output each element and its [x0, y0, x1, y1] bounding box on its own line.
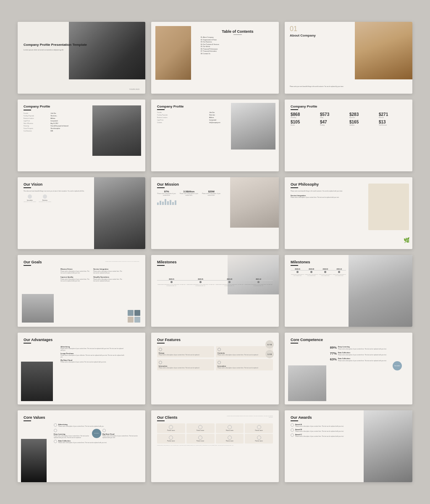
toc-item: 05. Our Works	[201, 46, 275, 47]
milestones2-image	[349, 255, 412, 327]
slide-profile-stats: Company Profile $868 Yesterday $573 Toda…	[285, 100, 412, 171]
cover-text: Company Profile Presentation Template Lo…	[24, 43, 87, 51]
awards-line	[291, 420, 298, 421]
square-1	[128, 310, 134, 316]
feature-design: Design Please write a description of you…	[157, 346, 214, 357]
about-image	[355, 22, 412, 79]
advertising-icon	[54, 423, 57, 427]
timeline-item-1: 2020.05 Please write a description of yo…	[186, 278, 215, 287]
profile2-line	[157, 109, 165, 110]
timeline2-item-1: 2020.08 Please write a description of yo…	[304, 268, 318, 277]
goals-color-squares	[128, 310, 140, 323]
clients-title: Our Clients	[157, 415, 178, 420]
slide-philosophy: Our Philosophy Please write most beautif…	[285, 177, 412, 249]
toc-item: 01. About Company	[201, 37, 275, 38]
client-5: Partner name	[186, 434, 215, 444]
stat-item: $13 Total Revenue	[379, 120, 406, 126]
advantages-content: Advertising Please write a description o…	[60, 346, 124, 363]
comp-data-collection-2: 63% Data Collection Please write a descr…	[330, 357, 394, 362]
client-icon-2	[228, 425, 232, 429]
slide-goals: Our Goals Please write most beautiful th…	[18, 255, 145, 327]
client-2: Partner name	[216, 423, 244, 433]
award-2: Award C Please write a description of yo…	[291, 433, 354, 437]
slide-profile1: Company Profile FounderJohn Doe Funding …	[18, 100, 145, 171]
val-deep-learning: Deep Learning Please write a description…	[54, 429, 91, 438]
slide-features: Our Features Design Please write a descr…	[151, 333, 279, 404]
feature-innovation: Innovation Please write a description of…	[216, 359, 273, 370]
slide-toc: Table of Contents 01. About Company 02. …	[151, 22, 279, 94]
toc-item: 08. Contact Us	[201, 53, 275, 55]
profile2-image	[231, 103, 275, 150]
features-stats: 8.7 M 5.3 M	[265, 340, 274, 358]
comp-data-collection-1: 77% Data Collection Please write a descr…	[330, 352, 394, 356]
philosophy-quote: Please write most beautiful things in th…	[291, 190, 354, 192]
toc-item: 02. Organization & Team	[201, 39, 275, 41]
goal-simplify-ops: Simplify Operations Please write a descr…	[93, 276, 124, 282]
corevalues-image	[21, 439, 47, 482]
slide-advantages: Our Advantages Advertising Please write …	[18, 333, 145, 404]
slide-profile2: Company Profile FounderJohn Doe Funding …	[151, 100, 279, 171]
awards-image	[364, 410, 412, 482]
features-title: Our Features	[157, 338, 273, 342]
toc-item: 07. Financial Information	[201, 50, 275, 52]
feat-stat-0: 8.7 M	[265, 340, 274, 349]
timeline-item-2: 2021.03 Please write a description of yo…	[215, 278, 244, 287]
goals-title: Our Goals	[24, 260, 42, 264]
stats-title: Company Profile	[291, 105, 406, 108]
client-0: Partner name	[157, 423, 185, 433]
timeline-item-3: 2021.12 Please write a description of yo…	[244, 278, 273, 287]
data-collection-icon	[54, 440, 57, 443]
client-icon-6	[228, 436, 232, 440]
corevalues-title: Core Values	[24, 415, 139, 420]
square-4	[134, 317, 140, 323]
goals-line	[24, 265, 31, 266]
slide-competence: Core Competence 89% Deep Learning Please…	[285, 333, 412, 404]
metric-2: $25M Please write a description of your …	[202, 190, 221, 196]
cover-title: Company Profile Presentation Template	[24, 43, 87, 47]
timeline-dot-3	[257, 281, 260, 283]
milestones1-image	[228, 255, 279, 294]
milestones2-timeline: 2020.01 Please write a description of yo…	[291, 268, 346, 277]
innovation-icon	[218, 361, 221, 364]
toc-divider	[233, 34, 242, 35]
bar-8	[175, 200, 176, 205]
adv-advertising: Advertising Please write a description o…	[60, 346, 124, 351]
slide-cover: Company Profile Presentation Template Lo…	[18, 22, 145, 94]
competence-content: 89% Deep Learning Please write a descrip…	[330, 346, 394, 362]
bar-5	[167, 201, 169, 205]
plant-icon: 🌿	[404, 237, 410, 243]
advantages-title: Our Advantages	[24, 338, 139, 342]
competence-circle: Innovation	[393, 361, 402, 370]
bar-4	[165, 199, 166, 205]
timeline-dot-2	[228, 281, 231, 283]
timeline-dot-0	[170, 281, 173, 283]
bar-6	[170, 200, 171, 205]
client-1: Partner name	[186, 423, 215, 433]
toc-item: 04. Our Products & Services	[201, 44, 275, 45]
client-icon-4	[169, 436, 173, 440]
award-icon-1	[291, 428, 294, 432]
client-6: Partner name	[216, 434, 244, 444]
metric-0: 97% Please write a description of your c…	[157, 190, 176, 196]
timeline2-item-0: 2020.01 Please write a description of yo…	[291, 268, 304, 277]
adv-in-app: In-app Purchase Please write a descripti…	[60, 352, 124, 358]
competence-image	[288, 365, 326, 402]
bar-7	[172, 202, 174, 205]
big-data-icon	[102, 429, 106, 432]
timeline2-item-2: 2022.02 Please write a description of yo…	[318, 268, 332, 277]
stat-item: $283 Expenses	[349, 112, 377, 118]
about-number: 01	[290, 25, 297, 33]
about-title: About Company	[290, 34, 316, 38]
about-text: Please write your most beautiful things …	[290, 86, 354, 88]
service-text: Please write a description of your conte…	[291, 197, 354, 199]
stat-item: $47 Pending	[320, 120, 348, 126]
feature-interaction: Interaction Please write a description o…	[157, 359, 214, 370]
clients-subtitle: Please write most beautiful things in th…	[227, 415, 273, 418]
features-line	[157, 343, 165, 344]
timeline2-dot-1	[310, 271, 312, 273]
profile1-image	[92, 105, 141, 156]
timeline2-dot-2	[324, 271, 326, 273]
timeline2-dot-0	[296, 271, 299, 273]
competence-title: Core Competence	[291, 338, 406, 342]
interaction-icon	[159, 361, 162, 364]
